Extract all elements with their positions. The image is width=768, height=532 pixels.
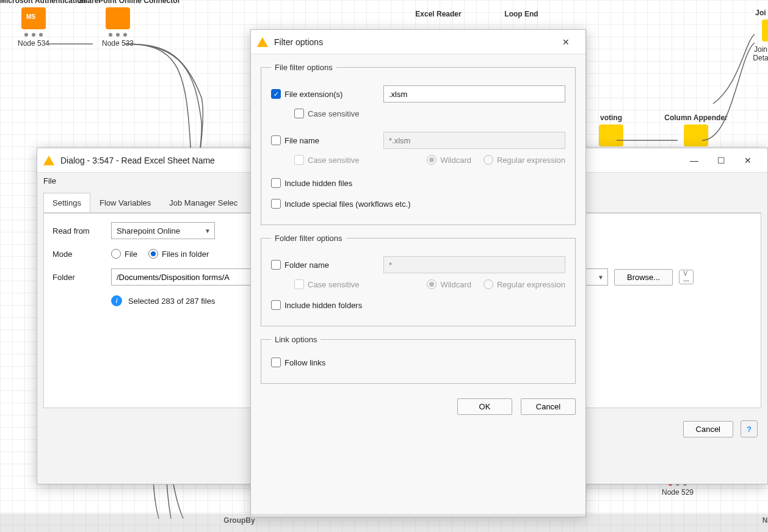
file-name-label: File name (284, 136, 376, 145)
file-filter-fieldset: File filter options ✓ File extension(s) … (261, 63, 576, 225)
selected-files-status: Selected 283 of 287 files (128, 297, 215, 306)
node-label: voting (590, 113, 632, 122)
node-sp-connector[interactable]: SharePoint Online Connector Node 533 (78, 0, 158, 48)
tab-job-manager[interactable]: Job Manager Selec (160, 193, 247, 212)
include-hidden-folders-label: Include hidden folders (284, 301, 362, 310)
node-label: Excel Reader (396, 10, 481, 18)
node-excel-reader[interactable]: Excel Reader (396, 10, 481, 21)
case-sensitive-folder-checkbox: Case sensitive (294, 279, 360, 289)
file-extension-checkbox[interactable]: ✓ File extension(s) (271, 89, 376, 99)
follow-links-label: Follow links (284, 358, 325, 367)
regex-label: Regular expression (497, 156, 565, 165)
case-sensitive-ext-checkbox[interactable]: Case sensitive (294, 109, 360, 118)
link-options-legend: Link options (271, 335, 321, 344)
file-extension-input[interactable] (383, 85, 565, 102)
folder-filter-legend: Folder filter options (271, 234, 346, 243)
folder-wildcard-label: Wildcard (440, 280, 471, 289)
folder-label: Folder (53, 273, 105, 282)
regex-radio: Regular expression (484, 155, 565, 165)
node-icon: MS (21, 7, 46, 29)
tab-settings[interactable]: Settings (43, 193, 90, 212)
filter-options-dialog: Filter options ✕ File filter options ✓ F… (250, 29, 586, 517)
maximize-button[interactable]: ☐ (708, 151, 734, 170)
case-sensitive-folder-label: Case sensitive (308, 280, 360, 289)
node-id: Join Deta (748, 45, 768, 62)
node-label: Microsoft Authentication (0, 0, 67, 5)
close-button[interactable]: ✕ (552, 33, 579, 51)
parent-cancel-button[interactable]: Cancel (683, 421, 733, 437)
node-icon (106, 7, 130, 29)
folder-filter-fieldset: Folder filter options Folder name Case s… (261, 234, 576, 326)
close-button[interactable]: ✕ (734, 151, 761, 170)
node-id: Node 529 (647, 488, 708, 497)
wildcard-label: Wildcard (440, 156, 471, 165)
node-label: SharePoint Online Connector (78, 0, 158, 5)
file-filter-legend: File filter options (271, 63, 336, 72)
file-name-checkbox[interactable]: File name (271, 135, 376, 145)
folder-wildcard-radio: Wildcard (427, 279, 471, 289)
file-extension-label: File extension(s) (284, 90, 376, 99)
case-sensitive-name-label: Case sensitive (308, 156, 360, 165)
read-from-select[interactable]: Sharepoint Online ▼ (111, 222, 215, 239)
node-id: Node 534 (0, 39, 67, 48)
folder-name-checkbox[interactable]: Folder name (271, 260, 376, 270)
node-icon (684, 124, 708, 146)
wildcard-radio: Wildcard (427, 155, 471, 165)
chevron-down-icon: ▼ (598, 274, 604, 281)
node-loop-end[interactable]: Loop End (491, 10, 552, 21)
mode-file-label: File (125, 250, 137, 259)
titlebar: Filter options ✕ (251, 30, 585, 54)
read-from-value: Sharepoint Online (117, 226, 180, 235)
filter-dialog-footer: OK Cancel (251, 392, 585, 421)
menu-file[interactable]: File (43, 176, 56, 185)
include-hidden-folders-checkbox[interactable]: Include hidden folders (271, 300, 362, 310)
status-strip (0, 514, 768, 532)
chevron-down-icon: ▼ (205, 228, 211, 234)
info-icon: i (111, 295, 122, 306)
flow-variable-button[interactable]: V— (679, 270, 694, 284)
node-label: Column Appender (647, 113, 745, 122)
node-voting[interactable]: voting (590, 113, 632, 150)
node-ports (24, 33, 43, 38)
mode-files-in-folder-radio[interactable]: Files in folder (148, 249, 209, 259)
folder-name-input (383, 256, 565, 273)
include-hidden-files-label: Include hidden files (284, 179, 352, 188)
folder-name-label: Folder name (284, 261, 376, 270)
window-title: Filter options (274, 37, 552, 47)
follow-links-checkbox[interactable]: Follow links (271, 358, 325, 367)
read-from-label: Read from (53, 226, 105, 235)
include-special-files-checkbox[interactable]: Include special files (workflows etc.) (271, 199, 411, 209)
case-sensitive-ext-label: Case sensitive (308, 109, 360, 118)
node-col-appender[interactable]: Column Appender (647, 113, 745, 150)
folder-regex-label: Regular expression (497, 280, 565, 289)
node-label: Loop End (491, 10, 552, 18)
node-ports (109, 33, 127, 38)
node-join-top[interactable]: Joi Join Deta (748, 9, 768, 62)
node-id: Node 533 (78, 39, 158, 48)
ok-button[interactable]: OK (457, 398, 512, 415)
app-icon (257, 37, 268, 47)
include-special-files-label: Include special files (workflows etc.) (284, 200, 411, 209)
tab-flow-variables[interactable]: Flow Variables (90, 193, 160, 212)
node-icon (762, 20, 768, 41)
browse-button[interactable]: Browse... (614, 269, 673, 286)
node-icon (599, 124, 623, 146)
folder-regex-radio: Regular expression (484, 279, 565, 289)
include-hidden-files-checkbox[interactable]: Include hidden files (271, 178, 352, 188)
case-sensitive-name-checkbox: Case sensitive (294, 155, 360, 165)
link-options-fieldset: Link options Follow links (261, 335, 576, 384)
minimize-button[interactable]: — (681, 151, 708, 170)
mode-file-radio[interactable]: File (111, 249, 137, 259)
mode-label: Mode (53, 250, 105, 259)
mode-files-in-folder-label: Files in folder (162, 250, 209, 259)
node-ms-auth[interactable]: Microsoft Authentication MS Node 534 (0, 0, 67, 48)
help-button[interactable]: ? (741, 420, 758, 437)
file-name-input (383, 132, 565, 149)
app-icon (43, 156, 54, 165)
cancel-button[interactable]: Cancel (521, 398, 576, 415)
node-label: Joi (748, 9, 768, 17)
